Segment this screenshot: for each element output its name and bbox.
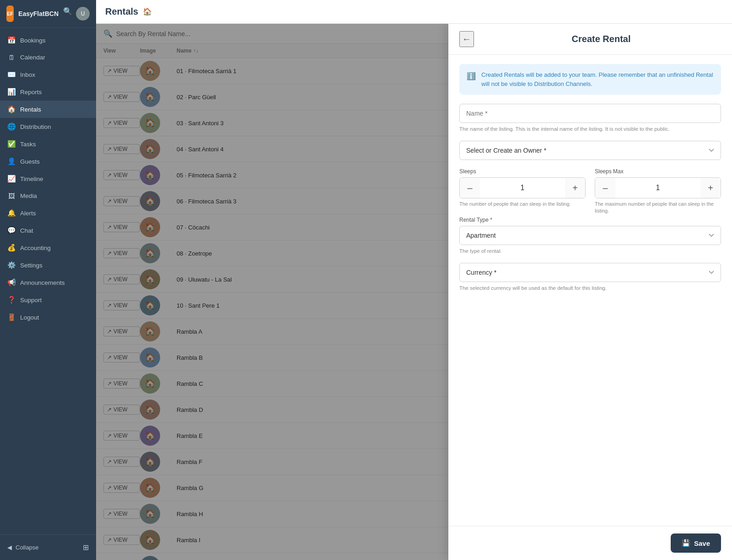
- rental-type-label: Rental Type *: [459, 217, 721, 223]
- topbar: Rentals 🏠: [96, 0, 732, 24]
- collapse-button[interactable]: ◀ Collapse ⊞: [0, 539, 96, 556]
- sidebar-item-label-announcements: Announcements: [20, 279, 65, 286]
- sidebar-item-label-inbox: Inbox: [20, 71, 35, 78]
- announcements-icon: 📢: [7, 278, 16, 287]
- sleeps-row: Sleeps – 1 + The number of people that c…: [459, 168, 721, 215]
- sidebar-item-label-alerts: Alerts: [20, 210, 36, 217]
- save-label: Save: [694, 539, 710, 547]
- sidebar-item-label-calendar: Calendar: [20, 54, 45, 61]
- create-rental-modal: ← Create Rental ℹ️ Created Rentals will …: [448, 24, 732, 560]
- logout-icon: 🚪: [7, 313, 16, 321]
- sidebar-item-calendar[interactable]: 🗓 Calendar: [0, 49, 96, 66]
- app-name: EasyFlatBCN: [18, 10, 59, 17]
- sidebar-item-announcements[interactable]: 📢 Announcements: [0, 274, 96, 291]
- modal-back-button[interactable]: ←: [459, 31, 474, 47]
- sidebar-item-timeline[interactable]: 📈 Timeline: [0, 170, 96, 187]
- chat-icon: 💬: [7, 226, 16, 235]
- support-icon: ❓: [7, 296, 16, 304]
- sleeps-max-box: Sleeps Max – 1 + The maximum number of p…: [595, 168, 721, 215]
- sidebar-item-chat[interactable]: 💬 Chat: [0, 222, 96, 239]
- sleeps-minus-button[interactable]: –: [460, 178, 480, 198]
- calendar-icon: 🗓: [7, 53, 16, 61]
- sidebar-item-bookings[interactable]: 📅 Bookings: [0, 32, 96, 49]
- sleeps-max-minus-button[interactable]: –: [595, 178, 615, 198]
- save-icon: 💾: [682, 539, 690, 547]
- owner-select[interactable]: Select or Create an Owner *: [459, 141, 721, 160]
- sidebar: EF EasyFlatBCN 🔍 U 📅 Bookings 🗓 Calendar…: [0, 0, 96, 560]
- rental-type-hint: The type of rental.: [459, 247, 721, 255]
- sidebar-bottom: ◀ Collapse ⊞: [0, 534, 96, 560]
- sidebar-item-rentals[interactable]: 🏠 Rentals: [0, 101, 96, 118]
- sleeps-max-value: 1: [615, 184, 700, 192]
- sidebar-item-support[interactable]: ❓ Support: [0, 291, 96, 309]
- sidebar-item-tasks[interactable]: ✅ Tasks: [0, 135, 96, 153]
- sleeps-max-plus-button[interactable]: +: [700, 178, 721, 198]
- page-title: Rentals: [105, 6, 138, 17]
- sidebar-item-label-support: Support: [20, 297, 42, 304]
- rentals-icon: 🏠: [7, 105, 16, 113]
- search-icon[interactable]: 🔍: [63, 7, 72, 21]
- sidebar-item-label-distribution: Distribution: [20, 123, 51, 130]
- modal-body: ℹ️ Created Rentals will be added to your…: [448, 55, 732, 526]
- tasks-icon: ✅: [7, 140, 16, 148]
- sleeps-box: Sleeps – 1 + The number of people that c…: [459, 168, 586, 215]
- sidebar-nav: 📅 Bookings 🗓 Calendar ✉️ Inbox 📊 Reports…: [0, 28, 96, 534]
- info-banner: ℹ️ Created Rentals will be added to your…: [459, 64, 721, 95]
- sleeps-hint: The number of people that can sleep in t…: [459, 201, 586, 208]
- sidebar-item-label-settings: Settings: [20, 262, 43, 269]
- info-icon: ℹ️: [467, 71, 476, 88]
- collapse-label: Collapse: [16, 544, 39, 551]
- sidebar-item-label-guests: Guests: [20, 158, 40, 165]
- name-field-group: The name of the listing. This is the int…: [459, 104, 721, 133]
- sidebar-item-label-chat: Chat: [20, 227, 33, 234]
- name-hint: The name of the listing. This is the int…: [459, 125, 721, 133]
- sleeps-control: – 1 +: [459, 177, 586, 198]
- currency-select[interactable]: Currency * EUR USD GBP: [459, 263, 721, 282]
- modal-title: Create Rental: [481, 34, 721, 44]
- owner-field-group: Select or Create an Owner *: [459, 141, 721, 160]
- rentals-icon: 🏠: [143, 7, 152, 16]
- save-button[interactable]: 💾 Save: [671, 533, 721, 553]
- distribution-icon: 🌐: [7, 123, 16, 131]
- sleeps-label: Sleeps: [459, 168, 586, 175]
- sidebar-item-label-bookings: Bookings: [20, 37, 46, 44]
- avatar[interactable]: U: [76, 7, 90, 21]
- sidebar-item-label-timeline: Timeline: [20, 176, 43, 182]
- sleeps-max-label: Sleeps Max: [595, 168, 721, 175]
- sidebar-item-label-rentals: Rentals: [20, 106, 41, 113]
- sleeps-max-hint: The maximum number of people that can sl…: [595, 201, 721, 215]
- sidebar-item-inbox[interactable]: ✉️ Inbox: [0, 66, 96, 83]
- timeline-icon: 📈: [7, 175, 16, 183]
- alerts-icon: 🔔: [7, 209, 16, 217]
- name-input[interactable]: [459, 104, 721, 123]
- currency-group: Currency * EUR USD GBP The selected curr…: [459, 263, 721, 292]
- sidebar-item-alerts[interactable]: 🔔 Alerts: [0, 204, 96, 222]
- content-area: 🔍 View Image Name ↑↓ Gu ↗ VIEW 🏠 01 ·: [96, 24, 732, 560]
- currency-hint: The selected currency will be used as th…: [459, 284, 721, 292]
- media-icon: 🖼: [7, 192, 16, 200]
- grid-icon: ⊞: [83, 543, 89, 552]
- sidebar-item-settings[interactable]: ⚙️ Settings: [0, 256, 96, 274]
- guests-icon: 👤: [7, 157, 16, 165]
- sidebar-header: EF EasyFlatBCN 🔍 U: [0, 0, 96, 28]
- sidebar-item-accounting[interactable]: 💰 Accounting: [0, 239, 96, 256]
- main-area: Rentals 🏠 🔍 View Image Name ↑↓ Gu ↗ VIEW: [96, 0, 732, 560]
- sleeps-plus-button[interactable]: +: [565, 178, 585, 198]
- sidebar-item-media[interactable]: 🖼 Media: [0, 187, 96, 204]
- sidebar-item-label-tasks: Tasks: [20, 141, 36, 148]
- sidebar-item-reports[interactable]: 📊 Reports: [0, 83, 96, 101]
- modal-overlay: ← Create Rental ℹ️ Created Rentals will …: [96, 24, 732, 560]
- inbox-icon: ✉️: [7, 70, 16, 79]
- sidebar-item-label-accounting: Accounting: [20, 245, 51, 251]
- collapse-icon: ◀: [7, 544, 12, 551]
- rental-type-select[interactable]: Apartment House Room Studio Villa: [459, 226, 721, 245]
- sidebar-item-logout[interactable]: 🚪 Logout: [0, 309, 96, 326]
- modal-footer: 💾 Save: [448, 526, 732, 560]
- header-icons: 🔍 U: [63, 7, 90, 21]
- modal-header: ← Create Rental: [448, 24, 732, 55]
- reports-icon: 📊: [7, 88, 16, 96]
- sidebar-item-distribution[interactable]: 🌐 Distribution: [0, 118, 96, 135]
- bookings-icon: 📅: [7, 36, 16, 44]
- sidebar-item-guests[interactable]: 👤 Guests: [0, 153, 96, 170]
- rental-type-group: Rental Type * Apartment House Room Studi…: [459, 217, 721, 255]
